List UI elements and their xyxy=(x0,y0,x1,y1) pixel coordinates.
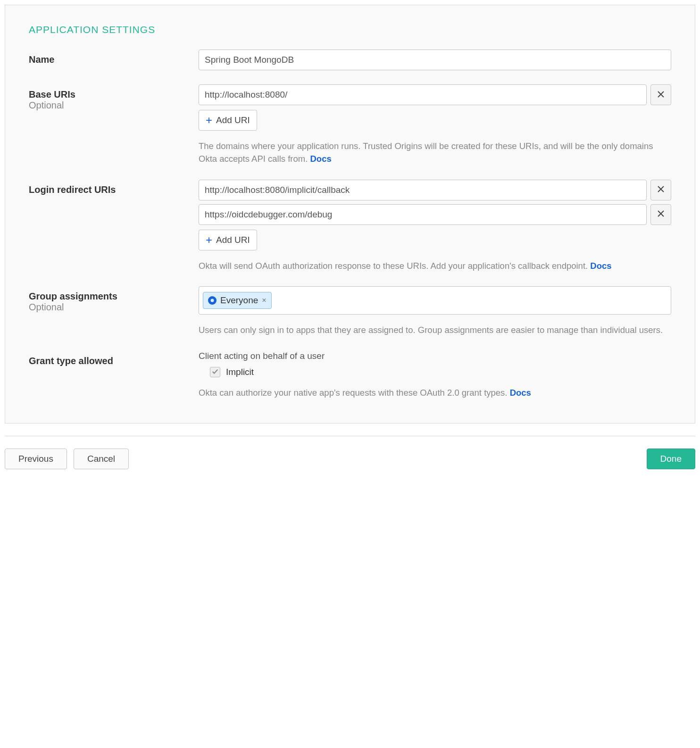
group-assignments-help: Users can only sign in to apps that they… xyxy=(199,324,671,337)
group-icon xyxy=(208,296,217,305)
add-base-uri-button[interactable]: + Add URI xyxy=(199,110,257,131)
implicit-checkbox[interactable] xyxy=(210,367,220,377)
login-redirect-help: Okta will send OAuth authorization respo… xyxy=(199,260,671,273)
cancel-button[interactable]: Cancel xyxy=(74,449,129,469)
label-col: Group assignments Optional xyxy=(29,286,199,313)
close-icon xyxy=(657,185,665,194)
plus-icon: + xyxy=(206,115,212,126)
uri-row xyxy=(199,84,671,105)
uri-row xyxy=(199,204,671,225)
help-text: Okta will send OAuth authorization respo… xyxy=(199,261,590,271)
label-col: Base URIs Optional xyxy=(29,84,199,111)
docs-link[interactable]: Docs xyxy=(510,388,531,398)
plus-icon: + xyxy=(206,234,212,246)
label-col: Login redirect URIs xyxy=(29,180,199,195)
remove-uri-button[interactable] xyxy=(650,204,671,225)
remove-uri-button[interactable] xyxy=(650,84,671,105)
footer: Previous Cancel Done xyxy=(5,449,695,469)
close-icon xyxy=(657,210,665,219)
uri-row xyxy=(199,180,671,200)
remove-uri-button[interactable] xyxy=(650,180,671,200)
base-uris-optional: Optional xyxy=(29,100,199,111)
row-base-uris: Base URIs Optional + Add URI The domains… xyxy=(29,84,671,166)
docs-link[interactable]: Docs xyxy=(310,154,331,164)
panel-title: APPLICATION SETTINGS xyxy=(29,24,671,35)
group-assignments-input[interactable]: Everyone × xyxy=(199,286,671,315)
grant-type-label: Grant type allowed xyxy=(29,356,199,366)
input-col xyxy=(199,50,671,70)
application-settings-panel: APPLICATION SETTINGS Name Base URIs Opti… xyxy=(5,5,695,424)
login-redirect-input[interactable] xyxy=(199,180,647,200)
grant-type-subheading: Client acting on behalf of a user xyxy=(199,351,671,361)
row-name: Name xyxy=(29,50,671,70)
help-text: The domains where your application runs.… xyxy=(199,141,653,164)
base-uris-help: The domains where your application runs.… xyxy=(199,140,671,166)
login-redirect-label: Login redirect URIs xyxy=(29,184,199,195)
label-col: Grant type allowed xyxy=(29,351,199,366)
input-col: Everyone × Users can only sign in to app… xyxy=(199,286,671,337)
group-assignments-optional: Optional xyxy=(29,302,199,313)
group-tag: Everyone × xyxy=(203,292,272,309)
login-redirect-input[interactable] xyxy=(199,204,647,225)
implicit-label: Implicit xyxy=(226,367,254,377)
label-col: Name xyxy=(29,50,199,65)
add-login-redirect-button[interactable]: + Add URI xyxy=(199,230,257,250)
group-assignments-label: Group assignments xyxy=(29,291,199,302)
docs-link[interactable]: Docs xyxy=(590,261,611,271)
row-grant-type: Grant type allowed Client acting on beha… xyxy=(29,351,671,399)
name-input[interactable] xyxy=(199,50,671,70)
row-group-assignments: Group assignments Optional Everyone × Us… xyxy=(29,286,671,337)
row-login-redirect: Login redirect URIs + xyxy=(29,180,671,273)
base-uri-input[interactable] xyxy=(199,84,647,105)
name-label: Name xyxy=(29,54,199,65)
close-icon xyxy=(657,91,665,100)
previous-button[interactable]: Previous xyxy=(5,449,67,469)
check-icon xyxy=(212,367,218,377)
group-tag-label: Everyone xyxy=(220,295,258,306)
help-text: Okta can authorize your native app's req… xyxy=(199,388,510,398)
add-uri-label: Add URI xyxy=(216,115,250,125)
remove-tag-button[interactable]: × xyxy=(262,297,266,304)
checkbox-row: Implicit xyxy=(210,367,671,377)
input-col: + Add URI The domains where your applica… xyxy=(199,84,671,166)
input-col: + Add URI Okta will send OAuth authoriza… xyxy=(199,180,671,273)
add-uri-label: Add URI xyxy=(216,235,250,245)
grant-type-help: Okta can authorize your native app's req… xyxy=(199,387,671,399)
done-button[interactable]: Done xyxy=(647,449,695,469)
input-col: Client acting on behalf of a user Implic… xyxy=(199,351,671,399)
base-uris-label: Base URIs xyxy=(29,89,199,100)
divider xyxy=(5,436,695,436)
